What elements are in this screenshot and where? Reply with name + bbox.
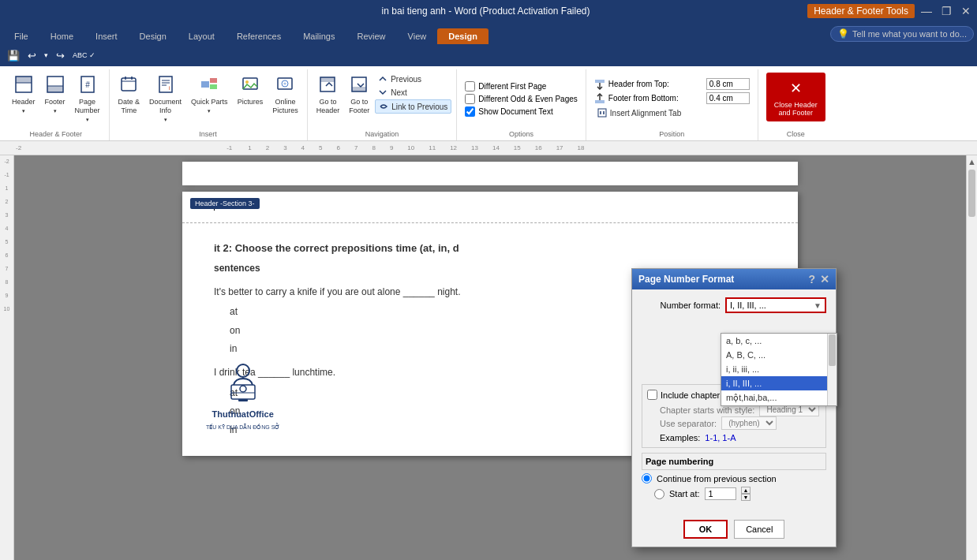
svg-rect-18: [210, 78, 217, 83]
doc-info-button[interactable]: i DocumentInfo ▾: [145, 73, 185, 125]
insert-align-tab-button[interactable]: Insert Alignment Tab: [594, 106, 684, 119]
start-at-label: Start at:: [669, 489, 700, 498]
scrollbar-vertical[interactable]: ▲ ▼: [966, 155, 977, 560]
dialog-close-btn[interactable]: ✕: [820, 273, 829, 286]
chapter-starts-label: Chapter starts with style:: [660, 405, 754, 415]
use-separator-select[interactable]: (hyphen): [721, 416, 777, 430]
dropdown-scrollbar[interactable]: [827, 334, 837, 405]
start-at-input[interactable]: [705, 487, 736, 500]
minimize-btn[interactable]: —: [921, 5, 932, 17]
online-pictures-button[interactable]: OnlinePictures: [268, 73, 302, 118]
tab-layout[interactable]: Layout: [178, 28, 226, 44]
next-button[interactable]: Next: [375, 86, 451, 99]
quick-parts-button[interactable]: Quick Parts ▾: [187, 73, 232, 117]
date-time-button[interactable]: Date &Time: [114, 73, 144, 118]
ok-button[interactable]: OK: [683, 520, 728, 539]
go-to-footer-button[interactable]: Go toFooter: [345, 73, 373, 118]
redo-btn[interactable]: ↪: [54, 48, 67, 63]
spin-down-btn[interactable]: ▼: [741, 494, 751, 501]
svg-rect-4: [47, 86, 63, 92]
tab-view[interactable]: View: [397, 28, 438, 44]
dialog-help-btn[interactable]: ?: [808, 273, 815, 286]
watermark-subtitle: TẾU KỸ DỤA DẪN ĐỒNG SỞ: [206, 423, 279, 433]
position-group-label: Position: [591, 129, 753, 140]
maximize-btn[interactable]: ❐: [941, 5, 952, 17]
diff-odd-even-label: Different Odd & Even Pages: [478, 95, 577, 103]
diff-odd-even-checkbox[interactable]: [465, 94, 475, 104]
tab-file[interactable]: File: [3, 28, 39, 44]
ruler: -2 -1 1 2 3 4 5 6 7 8 9 10 11 12 13 14 1…: [0, 141, 977, 155]
page-number-button[interactable]: # PageNumber ▾: [71, 73, 104, 125]
number-format-dropdown[interactable]: a, b, c, ... A, B, C, ... i, ii, iii, ..…: [721, 333, 837, 406]
tab-design-active[interactable]: Design: [437, 28, 488, 44]
scroll-up-button[interactable]: ▲: [967, 155, 977, 168]
continue-from-prev-row[interactable]: Continue from previous section: [642, 473, 826, 483]
vertical-ruler: -2 -1 1 2 3 4 5 6 7 8 9 10: [0, 155, 14, 560]
scroll-thumb[interactable]: [968, 170, 975, 217]
position-inputs: Header from Top: Footer from Bottom: Ins…: [591, 69, 753, 129]
close-btn[interactable]: ✕: [961, 5, 971, 17]
footer-button[interactable]: Footer ▾: [41, 73, 69, 117]
options-checkboxes: Different First Page Different Odd & Eve…: [462, 69, 580, 129]
number-format-arrow[interactable]: ▼: [814, 301, 822, 310]
diff-first-page-checkbox[interactable]: [465, 81, 475, 91]
include-chapter-checkbox[interactable]: [647, 390, 657, 400]
tab-insert[interactable]: Insert: [84, 28, 129, 44]
examples-value: 1-1, 1-A: [705, 433, 736, 442]
dropdown-item-3[interactable]: i, II, III, ...: [721, 376, 837, 390]
dropdown-item-2[interactable]: i, ii, iii, ...: [721, 362, 837, 376]
start-at-radio[interactable]: [654, 489, 664, 499]
header-zone[interactable]: [182, 192, 798, 223]
dropdown-item-0[interactable]: a, b, c, ...: [721, 334, 837, 348]
diff-odd-even-row[interactable]: Different Odd & Even Pages: [465, 94, 577, 104]
svg-point-37: [237, 364, 249, 377]
ribbon-group-options: Different First Page Different Odd & Eve…: [457, 69, 586, 140]
previous-button[interactable]: Previous: [375, 73, 451, 85]
dropdown-item-1[interactable]: A, B, C, ...: [721, 348, 837, 362]
page-numbering-section: Page numbering Continue from previous se…: [642, 453, 826, 501]
close-hf-icon: ✕: [784, 77, 807, 99]
date-time-icon: [119, 75, 138, 96]
header-button[interactable]: Header ▾: [8, 73, 39, 117]
start-at-spinner[interactable]: ▲ ▼: [741, 487, 751, 501]
footer-bottom-input[interactable]: [706, 92, 750, 104]
tab-home[interactable]: Home: [39, 28, 84, 44]
save-icon[interactable]: 💾: [5, 48, 22, 63]
customize-qa-btn[interactable]: ABC ✓: [70, 50, 98, 61]
tab-references[interactable]: References: [226, 28, 292, 44]
go-to-header-button[interactable]: Go toHeader: [313, 73, 344, 118]
examples-row: Examples: 1-1, 1-A: [647, 433, 821, 442]
go-to-header-icon: [318, 75, 337, 96]
header-top-input[interactable]: [706, 78, 750, 90]
svg-rect-27: [352, 87, 366, 91]
tab-design[interactable]: Design: [129, 28, 178, 44]
pictures-button[interactable]: Pictures: [234, 73, 268, 109]
ribbon-group-header-footer: Header ▾ Footer ▾ # PageNumber ▾ Header …: [3, 69, 110, 140]
tell-me-input[interactable]: 💡 Tell me what you want to do...: [830, 26, 974, 42]
svg-rect-25: [320, 77, 335, 82]
show-doc-text-checkbox[interactable]: [465, 106, 475, 117]
nav-buttons: Go toHeader Go toFooter Previous Next: [313, 69, 452, 129]
undo-btn[interactable]: ↩: [25, 48, 39, 63]
continue-radio[interactable]: [642, 473, 652, 483]
window-controls[interactable]: — ❐ ✕: [921, 5, 971, 17]
cancel-button[interactable]: Cancel: [734, 520, 784, 539]
link-to-previous-button[interactable]: Link to Previous: [375, 99, 451, 114]
spin-up-btn[interactable]: ▲: [741, 487, 751, 494]
page-number-format-dialog[interactable]: Page Number Format ? ✕ Number format: I,…: [631, 268, 837, 547]
undo-dropdown[interactable]: ▾: [42, 50, 51, 61]
page-number-dropdown-arrow: ▾: [86, 117, 89, 123]
diff-first-page-row[interactable]: Different First Page: [465, 81, 546, 91]
use-separator-label: Use separator:: [660, 419, 717, 428]
dropdown-item-4[interactable]: một,hai,ba,...: [721, 390, 837, 405]
options-group-label: Options: [462, 129, 580, 140]
tab-mailings[interactable]: Mailings: [292, 28, 346, 44]
footer-label: Footer: [45, 98, 66, 106]
close-header-footer-button[interactable]: ✕ Close Headerand Footer: [766, 73, 825, 121]
show-doc-text-row[interactable]: Show Document Text: [465, 106, 552, 117]
footer-from-bottom-row: Footer from Bottom:: [594, 92, 750, 104]
number-format-label: Number format:: [642, 301, 721, 310]
number-format-select[interactable]: I, II, III, ... ▼: [725, 297, 826, 313]
watermark: ThuthuatOffice TẾU KỸ DỤA DẪN ĐỒNG SỞ: [206, 360, 279, 432]
tab-review[interactable]: Review: [346, 28, 397, 44]
